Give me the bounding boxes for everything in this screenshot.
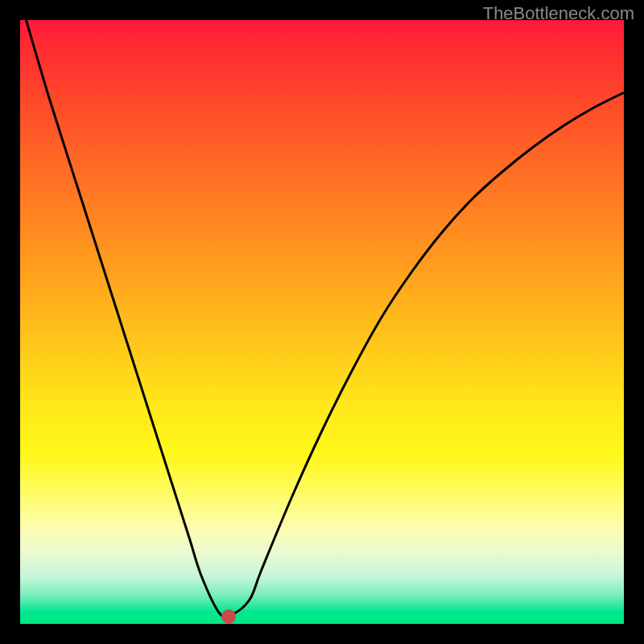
plot-area	[20, 20, 624, 624]
chart-curve	[20, 20, 624, 624]
marker-dot	[221, 609, 236, 624]
attribution-text: TheBottleneck.com	[483, 3, 634, 24]
